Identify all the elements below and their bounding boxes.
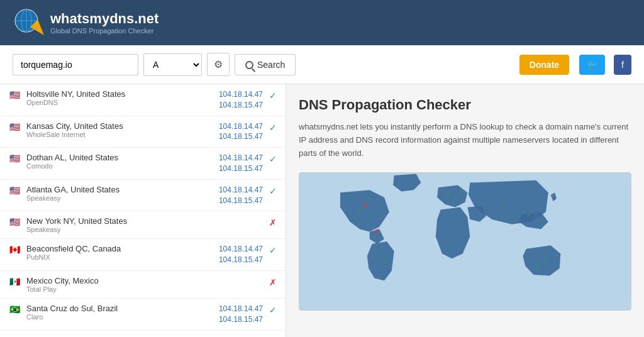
search-label: Search: [257, 60, 285, 70]
isp-name: PubNIX: [26, 253, 219, 261]
city-name: Santa Cruz do Sul, Brazil: [26, 304, 219, 313]
twitter-icon: 🐦: [587, 60, 597, 70]
main-content: 🇺🇸 Holtsville NY, United States OpenDNS …: [0, 84, 644, 337]
location-info: Holtsville NY, United States OpenDNS: [26, 89, 219, 106]
status-check-icon: ✓: [268, 91, 278, 101]
search-bar: A AAAA CNAME MX NS PTR SOA SRV TXT ⚙ Sea…: [0, 45, 644, 84]
header: whatsmydns.net Global DNS Propagation Ch…: [0, 0, 644, 45]
location-info: New York NY, United States Speakeasy: [26, 216, 263, 233]
svg-text:✓: ✓: [543, 255, 549, 263]
ip-values: 104.18.14.47104.18.15.47: [219, 89, 263, 111]
city-name: Kansas City, United States: [26, 121, 219, 131]
ip-address: 104.18.14.47: [219, 244, 263, 255]
logo-icon: [13, 7, 44, 38]
country-flag: 🇺🇸: [8, 186, 21, 195]
svg-text:✓: ✓: [526, 211, 532, 218]
ip-address: 104.18.15.47: [219, 314, 263, 325]
domain-input[interactable]: [13, 54, 138, 75]
country-flag: 🇺🇸: [8, 123, 21, 131]
table-row: 🇪🇸 Paterna de Rivera, Spain ServiHosting…: [0, 331, 286, 337]
city-name: Dothan AL, United States: [26, 153, 219, 162]
donate-button[interactable]: Donate: [519, 55, 569, 75]
panel-title: DNS Propagation Checker: [299, 97, 631, 113]
results-list: 🇺🇸 Holtsville NY, United States OpenDNS …: [0, 84, 286, 337]
twitter-button[interactable]: 🐦: [579, 55, 605, 75]
status-check-icon: ✓: [268, 186, 278, 196]
world-map: ✓ ✓ ✗ ✓ ✓ ✗ ✓ ✓ ✓ ✓ ✓ ✓ ✓: [299, 172, 631, 311]
ip-address: 104.18.14.47: [219, 153, 263, 163]
ip-address: 104.18.14.47: [219, 89, 263, 100]
ip-values: 104.18.14.47104.18.15.47: [219, 121, 263, 143]
settings-button[interactable]: ⚙: [207, 53, 230, 76]
country-flag: 🇺🇸: [8, 154, 21, 163]
status-cross-icon: ✗: [268, 218, 278, 228]
ip-address: 104.18.14.47: [219, 185, 263, 196]
svg-text:✓: ✓: [383, 257, 389, 265]
table-row: 🇺🇸 Holtsville NY, United States OpenDNS …: [0, 84, 286, 116]
location-info: Atlanta GA, United States Speakeasy: [26, 185, 219, 202]
table-row: 🇺🇸 New York NY, United States Speakeasy …: [0, 211, 286, 239]
svg-text:✓: ✓: [458, 189, 464, 196]
svg-text:✓: ✓: [536, 262, 541, 270]
ip-address: 104.18.15.47: [219, 100, 263, 111]
isp-name: Speakeasy: [26, 226, 263, 233]
ip-address: 104.18.15.47: [219, 131, 263, 142]
city-name: Holtsville NY, United States: [26, 89, 219, 99]
svg-text:✓: ✓: [502, 201, 508, 209]
ip-address: 104.18.15.47: [219, 255, 263, 265]
logo-subtitle: Global DNS Propagation Checker: [50, 27, 158, 35]
country-flag: 🇺🇸: [8, 218, 21, 226]
city-name: Mexico City, Mexico: [26, 276, 263, 285]
logo-text-container: whatsmydns.net Global DNS Propagation Ch…: [50, 11, 158, 35]
country-flag: 🇲🇽: [8, 277, 21, 286]
facebook-icon: f: [621, 60, 624, 70]
country-flag: 🇨🇦: [8, 245, 21, 254]
country-flag: 🇺🇸: [8, 91, 21, 99]
table-row: 🇺🇸 Atlanta GA, United States Speakeasy 1…: [0, 180, 286, 212]
logo-name: whatsmydns.net: [50, 11, 158, 26]
status-check-icon: ✓: [268, 123, 278, 133]
svg-text:✓: ✓: [365, 196, 371, 203]
isp-name: Claro: [26, 313, 219, 321]
status-cross-icon: ✗: [268, 277, 278, 287]
status-check-icon: ✓: [268, 154, 278, 164]
logo-container: whatsmydns.net Global DNS Propagation Ch…: [13, 7, 158, 38]
isp-name: OpenDNS: [26, 99, 219, 106]
table-row: 🇺🇸 Dothan AL, United States Comodo 104.1…: [0, 148, 286, 180]
location-info: Mexico City, Mexico Total Play: [26, 276, 263, 293]
ip-values: 104.18.14.47104.18.15.47: [219, 304, 263, 325]
isp-name: Comodo: [26, 162, 219, 170]
isp-name: Speakeasy: [26, 194, 219, 202]
svg-text:✓: ✓: [445, 191, 451, 198]
table-row: 🇲🇽 Mexico City, Mexico Total Play ✗: [0, 271, 286, 299]
city-name: Atlanta GA, United States: [26, 185, 219, 194]
table-row: 🇨🇦 Beaconsfield QC, Canada PubNIX 104.18…: [0, 239, 286, 271]
ip-values: 104.18.14.47104.18.15.47: [219, 244, 263, 265]
status-check-icon: ✓: [268, 305, 278, 315]
ip-address: 104.18.14.47: [219, 121, 263, 132]
ip-values: 104.18.14.47104.18.15.47: [219, 153, 263, 174]
location-info: Dothan AL, United States Comodo: [26, 153, 219, 170]
table-row: 🇺🇸 Kansas City, United States WholeSale …: [0, 116, 286, 148]
facebook-button[interactable]: f: [614, 55, 631, 75]
panel-description: whatsmydns.net lets you instantly perfor…: [299, 121, 631, 160]
ip-address: 104.18.15.47: [219, 196, 263, 206]
country-flag: 🇧🇷: [8, 305, 21, 314]
svg-text:✓: ✓: [367, 213, 373, 221]
city-name: New York NY, United States: [26, 216, 263, 226]
record-type-select[interactable]: A AAAA CNAME MX NS PTR SOA SRV TXT: [143, 53, 202, 76]
svg-text:✓: ✓: [452, 194, 457, 201]
svg-text:✗: ✗: [374, 228, 379, 236]
search-icon: [245, 61, 253, 69]
gear-icon: ⚙: [214, 59, 223, 70]
ip-address: 104.18.14.47: [219, 304, 263, 314]
location-info: Santa Cruz do Sul, Brazil Claro: [26, 304, 219, 321]
ip-values: 104.18.14.47104.18.15.47: [219, 185, 263, 206]
search-button[interactable]: Search: [235, 54, 296, 75]
right-panel: DNS Propagation Checker whatsmydns.net l…: [286, 84, 644, 337]
isp-name: Total Play: [26, 285, 263, 293]
status-check-icon: ✓: [268, 245, 278, 255]
isp-name: WholeSale Internet: [26, 131, 219, 138]
ip-address: 104.18.15.47: [219, 163, 263, 174]
table-row: 🇧🇷 Santa Cruz do Sul, Brazil Claro 104.1…: [0, 299, 286, 331]
